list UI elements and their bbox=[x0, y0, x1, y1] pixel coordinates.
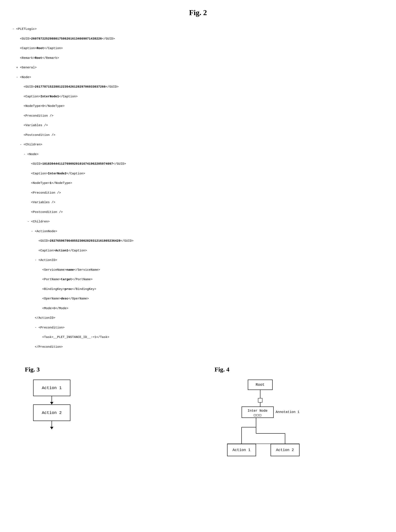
xml-line: </Precondition> bbox=[12, 345, 63, 349]
fig4-internode-label: Inter Node bbox=[248, 409, 268, 413]
fig4-internode-box: Inter Node bbox=[242, 407, 274, 418]
svg-rect-1 bbox=[258, 398, 262, 402]
fig4-action2-box: Action 2 bbox=[271, 444, 300, 456]
fig3-action1-box: Action 1 bbox=[33, 380, 70, 396]
figures-row: Fig. 3 Action 1 Action 2 Fig. 4 bbox=[12, 366, 384, 462]
xml-content: - <PLETLogic> <GUID>26078722529880175862… bbox=[12, 22, 384, 349]
fig3-arrow-down bbox=[52, 396, 52, 404]
xml-line: - <Precondition> bbox=[12, 326, 64, 329]
xml-line: <NodeType>1</NodeType> bbox=[12, 181, 72, 185]
xml-line: <Postcondition /> bbox=[12, 210, 63, 214]
fig4-action2-label: Action 2 bbox=[276, 448, 294, 452]
xml-line: <GUID>2617787152288122354261282970693303… bbox=[12, 85, 119, 89]
xml-line: <PortName>target</PortName> bbox=[12, 278, 93, 281]
xml-line: <Remark>Root</Remark> bbox=[12, 56, 59, 60]
xml-line: <OperName>desc</OperName> bbox=[12, 297, 89, 300]
fig4-title: Fig. 4 bbox=[215, 366, 384, 373]
xml-line: <Caption>Root</Caption> bbox=[12, 47, 63, 50]
xml-line: - <ActionID> bbox=[12, 258, 57, 262]
xml-line: - <Children> bbox=[12, 143, 42, 146]
xml-line: - <ActionNode> bbox=[12, 230, 57, 233]
fig4-root-label: Root bbox=[256, 383, 265, 387]
fig4-small-sq1 bbox=[254, 414, 256, 416]
xml-line: <GUID>2607872252988017586261613466907143… bbox=[12, 37, 115, 41]
fig3-arrow-down2 bbox=[52, 421, 52, 429]
fig4-small-sq2 bbox=[256, 414, 259, 416]
fig4-small-sq3 bbox=[259, 414, 261, 416]
xml-line: <Task>__PLET_INSTANCE_ID__:=1</Task> bbox=[12, 335, 109, 339]
fig3-action2-box: Action 2 bbox=[33, 404, 70, 421]
xml-line: <Caption>InterNode1</Caption> bbox=[12, 95, 78, 98]
xml-line: <Precondition /> bbox=[12, 191, 61, 195]
fig4-area: Fig. 4 bbox=[198, 366, 384, 462]
fig4-annotation-label: Annotation 1 bbox=[276, 410, 300, 414]
fig4-diagram: Root Inter Node Annotation 1 Action 1 Ac… bbox=[215, 380, 322, 462]
xml-line: </ActionID> bbox=[12, 316, 55, 320]
fig4-action1-box: Action 1 bbox=[227, 444, 256, 456]
fig3-area: Fig. 3 Action 1 Action 2 bbox=[12, 366, 198, 429]
fig2-title: Fig. 2 bbox=[12, 8, 384, 17]
fig4-root-box: Root bbox=[248, 380, 273, 390]
fig3-action1-label: Action 1 bbox=[42, 386, 62, 390]
xml-line: - <PLETLogic> bbox=[12, 27, 37, 31]
xml-line: - <Node> bbox=[12, 76, 31, 79]
fig4-internode-inner bbox=[254, 414, 261, 416]
xml-line: <Variables /> bbox=[12, 124, 48, 127]
xml-line: <Variables /> bbox=[12, 201, 55, 204]
xml-line: <GUID>2827659678648552300282931216186523… bbox=[12, 239, 134, 243]
xml-line: + <General> bbox=[12, 66, 37, 69]
xml-line: <BindingKey>proc</BindingKey> bbox=[12, 287, 96, 291]
xml-line: <Mode>0</Mode> bbox=[12, 307, 68, 310]
xml-line: <Precondition /> bbox=[12, 114, 53, 118]
xml-line: <Caption>Action1</Caption> bbox=[12, 249, 87, 252]
xml-line: <GUID>1018394441127690929101674196220597… bbox=[12, 162, 126, 166]
fig3-title: Fig. 3 bbox=[25, 366, 198, 373]
fig4-action1-label: Action 1 bbox=[233, 448, 250, 452]
xml-line: <Postcondition /> bbox=[12, 133, 55, 137]
xml-line: <NodeType>0</NodeType> bbox=[12, 104, 64, 108]
xml-line: - <Node> bbox=[12, 153, 39, 156]
fig3-diagram: Action 1 Action 2 bbox=[33, 380, 198, 429]
xml-line: <ServiceName>name</ServiceName> bbox=[12, 268, 100, 272]
xml-line: - <Children> bbox=[12, 220, 50, 223]
xml-line: <Caption>InterNode2</Caption> bbox=[12, 172, 85, 175]
fig3-action2-label: Action 2 bbox=[42, 410, 62, 415]
